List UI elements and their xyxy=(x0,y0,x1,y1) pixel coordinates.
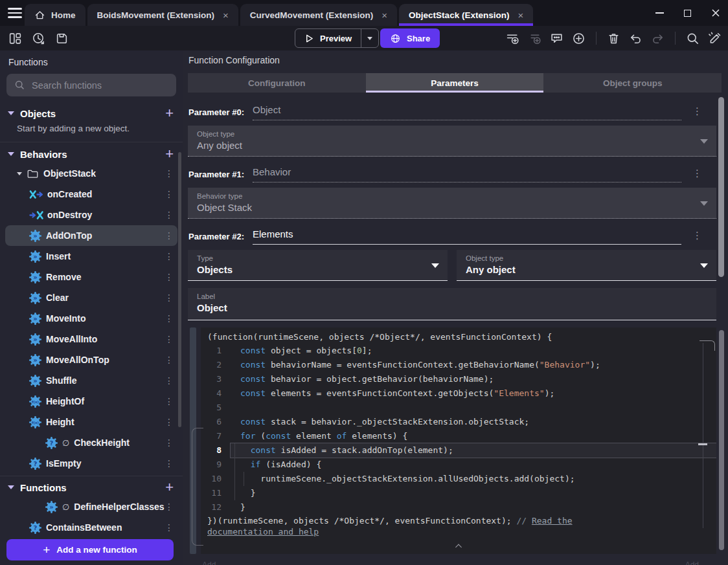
kebab-menu-icon[interactable]: ⋮ xyxy=(165,438,174,448)
kebab-menu-icon[interactable]: ⋮ xyxy=(165,334,174,344)
sidebar-item-insert[interactable]: »Insert⋮ xyxy=(0,246,183,267)
code-scrollbar[interactable] xyxy=(719,330,724,550)
add-circle-icon[interactable] xyxy=(572,32,586,45)
tab-home[interactable]: Home xyxy=(25,4,85,26)
event-drag-handle[interactable] xyxy=(190,327,196,554)
behavior-type-select[interactable]: Behavior typeObject Stack xyxy=(188,188,716,219)
dropdown-arrow-icon xyxy=(700,139,708,144)
preview-options-button[interactable] xyxy=(361,29,378,47)
object-type-select[interactable]: Object typeAny object xyxy=(188,126,716,157)
tab-close-icon[interactable]: × xyxy=(381,10,387,20)
section-functions[interactable]: Functions + xyxy=(0,478,183,496)
add-behavior-button[interactable]: + xyxy=(165,147,174,161)
redo-icon[interactable] xyxy=(651,32,665,45)
sidebar-item-heightof[interactable]: f(x)HeightOf⋮ xyxy=(0,391,183,412)
tab-object-groups[interactable]: Object groups xyxy=(543,73,722,93)
kebab-menu-icon[interactable]: ⋮ xyxy=(165,396,174,406)
add-new-function-button[interactable]: + Add a new function xyxy=(6,539,174,560)
kebab-menu-icon[interactable]: ⋮ xyxy=(165,417,174,427)
sidebar-item-shuffle[interactable]: »Shuffle⋮ xyxy=(0,370,183,391)
tab-objectstack-extension[interactable]: ObjectStack (Extension)× xyxy=(399,4,533,26)
code-line-9: 9 if (isAdded) { xyxy=(201,458,716,472)
kebab-menu-icon[interactable]: ⋮ xyxy=(165,168,174,179)
edit-icon[interactable] xyxy=(708,32,722,45)
line-number: 1 xyxy=(201,344,231,358)
comment-icon[interactable] xyxy=(550,32,563,45)
kebab-menu-icon[interactable]: ⋮ xyxy=(692,230,702,241)
kebab-menu-icon[interactable]: ⋮ xyxy=(692,105,702,117)
behavior-folder-objectstack[interactable]: ObjectStack ⋮ xyxy=(0,163,183,184)
sidebar-item-height[interactable]: f(x)Height⋮ xyxy=(0,412,183,432)
sidebar-item-clear[interactable]: »Clear⋮ xyxy=(0,287,183,308)
kebab-menu-icon[interactable]: ⋮ xyxy=(165,230,174,241)
kebab-menu-icon[interactable]: ⋮ xyxy=(165,293,174,303)
preview-button[interactable]: Preview xyxy=(295,29,361,47)
add-free-function-button[interactable]: + xyxy=(165,480,174,494)
kebab-menu-icon[interactable]: ⋮ xyxy=(165,458,174,469)
parameter-name-input[interactable]: Elements xyxy=(253,228,681,245)
add-subevent-icon[interactable] xyxy=(528,32,541,45)
kebab-menu-icon[interactable]: ⋮ xyxy=(165,502,174,512)
history-icon[interactable] xyxy=(32,32,45,45)
minimize-button[interactable] xyxy=(655,12,664,14)
kebab-menu-icon[interactable]: ⋮ xyxy=(165,355,174,365)
kebab-menu-icon[interactable]: ⋮ xyxy=(165,272,174,282)
search-functions-input[interactable]: Search functions xyxy=(6,74,176,96)
sidebar-item-definehelperclasses[interactable]: »∅DefineHelperClasses⋮ xyxy=(0,496,183,517)
kebab-menu-icon[interactable]: ⋮ xyxy=(165,375,174,386)
item-label: HeightOf xyxy=(46,396,165,406)
save-icon[interactable] xyxy=(55,32,69,45)
globe-icon xyxy=(390,33,401,44)
undo-icon[interactable] xyxy=(629,32,643,45)
field-value: Object xyxy=(197,302,697,313)
js-code-editor[interactable]: (function(runtimeScene, objects /*Object… xyxy=(201,327,716,554)
sidebar-item-checkheight[interactable]: ?∅CheckHeight⋮ xyxy=(0,432,183,453)
sidebar-item-moveallinto[interactable]: »MoveAllInto⋮ xyxy=(0,329,183,349)
sidebar-item-addontop[interactable]: »AddOnTop⋮ xyxy=(5,225,177,246)
sidebar-item-moveinto[interactable]: »MoveInto⋮ xyxy=(0,308,183,329)
kebab-menu-icon[interactable]: ⋮ xyxy=(165,522,174,533)
section-objects[interactable]: Objects + xyxy=(0,104,183,122)
condition-gear: ? xyxy=(45,437,58,449)
collapse-code-icon[interactable] xyxy=(455,544,462,551)
kebab-menu-icon[interactable]: ⋮ xyxy=(165,313,174,324)
sidebar-scrollbar[interactable] xyxy=(178,152,181,427)
sidebar-item-containsbetween[interactable]: ?ContainsBetween⋮ xyxy=(0,517,183,538)
main-scrollbar[interactable] xyxy=(718,97,724,277)
trash-icon[interactable] xyxy=(607,32,620,45)
tab-close-icon[interactable]: × xyxy=(518,10,523,20)
parameter-name-input[interactable]: Object xyxy=(253,104,681,120)
layout-icon[interactable] xyxy=(8,32,22,45)
label-field[interactable]: Label Object xyxy=(188,288,716,320)
kebab-menu-icon[interactable]: ⋮ xyxy=(165,251,174,261)
sidebar-item-isempty[interactable]: ?IsEmpty⋮ xyxy=(0,453,183,474)
menu-icon[interactable] xyxy=(8,8,22,18)
sidebar-item-ondestroy[interactable]: onDestroy⋮ xyxy=(0,205,183,225)
add-object-button[interactable]: + xyxy=(165,106,174,120)
parameter-name-input[interactable]: Behavior xyxy=(253,166,681,183)
search-icon[interactable] xyxy=(686,32,700,45)
section-behaviors[interactable]: Behaviors + xyxy=(0,145,183,163)
item-label: DefineHelperClasses xyxy=(74,502,165,512)
type-select[interactable]: TypeObjects xyxy=(188,250,448,281)
add-event-icon[interactable] xyxy=(506,32,519,45)
parameter-label: Parameter #2: xyxy=(188,232,244,241)
sidebar-item-moveallontop[interactable]: »MoveAllOnTop⋮ xyxy=(0,349,183,370)
tab-label: BoidsMovement (Extension) xyxy=(97,10,215,20)
tab-close-icon[interactable]: × xyxy=(223,10,229,20)
svg-text:f(x): f(x) xyxy=(32,399,39,403)
share-button[interactable]: Share xyxy=(380,28,440,48)
tab-configuration[interactable]: Configuration xyxy=(188,73,366,93)
tab-curvedmovement-extension[interactable]: CurvedMovement (Extension)× xyxy=(240,4,397,26)
object-type-select[interactable]: Object typeAny object xyxy=(457,250,716,281)
tab-boidsmovement-extension[interactable]: BoidsMovement (Extension)× xyxy=(87,4,238,26)
play-icon xyxy=(304,34,314,43)
tab-parameters[interactable]: Parameters xyxy=(366,73,544,93)
kebab-menu-icon[interactable]: ⋮ xyxy=(165,189,174,199)
kebab-menu-icon[interactable]: ⋮ xyxy=(165,210,174,220)
sidebar-item-oncreated[interactable]: onCreated⋮ xyxy=(0,184,183,205)
maximize-button[interactable] xyxy=(684,10,691,17)
sidebar-item-remove[interactable]: »Remove⋮ xyxy=(0,267,183,287)
close-window-button[interactable] xyxy=(711,8,720,17)
kebab-menu-icon[interactable]: ⋮ xyxy=(692,168,702,179)
